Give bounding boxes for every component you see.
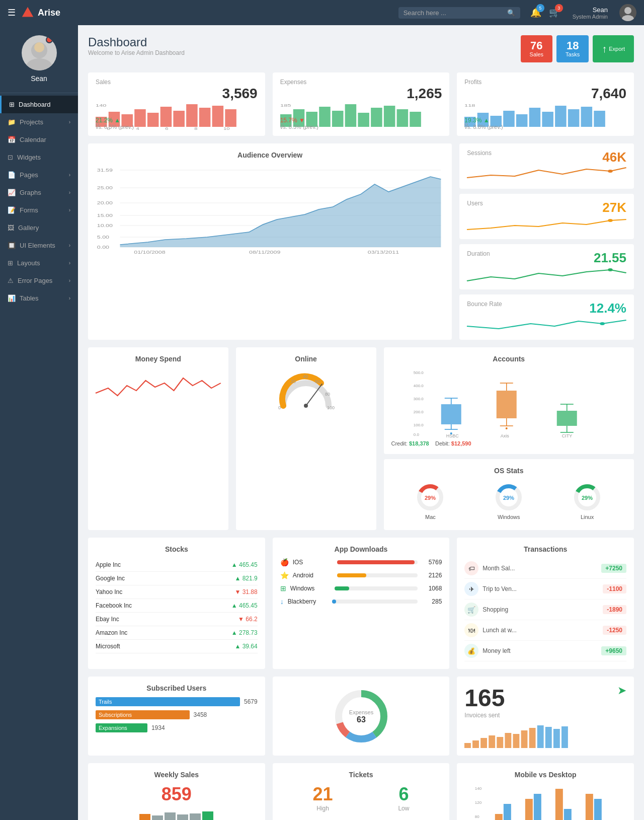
svg-rect-125 <box>505 733 512 748</box>
sidebar-item-label: Forms <box>20 206 38 214</box>
ws-bar <box>139 814 150 820</box>
profits-card-title: Profits <box>464 79 626 86</box>
section5: Weekly Sales 859 July Week #29 Tickets 2… <box>88 763 634 820</box>
sidebar-item-dashboard[interactable]: ⊞ Dashboard <box>0 96 78 113</box>
money-spend-card: Money Spend <box>88 347 228 530</box>
sidebar-item-error-pages[interactable]: ⚠ Error Pages › <box>0 272 78 289</box>
svg-text:29%: 29% <box>503 495 514 501</box>
avatar[interactable] <box>619 4 636 21</box>
svg-text:Axis: Axis <box>500 433 509 438</box>
app-name: IOS <box>293 559 333 566</box>
sidebar-item-calendar[interactable]: 📅 Calendar <box>0 131 78 148</box>
svg-rect-40 <box>504 111 515 127</box>
svg-rect-13 <box>186 104 198 127</box>
svg-rect-97 <box>556 411 577 426</box>
tasks-button[interactable]: 18 Tasks <box>556 35 589 62</box>
svg-rect-11 <box>160 107 172 127</box>
app-row-ios: 🍎 IOS 5769 <box>280 558 442 566</box>
mobile-desktop-title: Mobile vs Desktop <box>464 771 626 779</box>
sidebar-item-forms[interactable]: 📝 Forms › <box>0 201 78 219</box>
sidebar-item-graphs[interactable]: 📈 Graphs › <box>0 184 78 201</box>
svg-rect-34 <box>410 112 421 127</box>
svg-text:HSBC: HSBC <box>446 433 459 438</box>
sidebar-item-label: Error Pages <box>18 277 52 284</box>
tickets-high-number: 21 <box>313 784 333 805</box>
tasks-number: 18 <box>566 40 580 51</box>
sidebar-item-pages[interactable]: 📄 Pages › <box>0 166 78 184</box>
app-bar <box>335 586 350 590</box>
stock-row: Amazon Inc ▲ 278.73 <box>96 626 258 640</box>
stat-cards: Sales 3,569 <box>88 72 634 136</box>
page-title: Dashboard <box>88 35 185 49</box>
sidebar-item-label: Projects <box>20 118 43 126</box>
svg-text:0.0: 0.0 <box>413 432 419 437</box>
accounts-card: Accounts 500.0 400.0 300.0 200.0 100.0 0… <box>384 347 634 454</box>
sidebar-item-tables[interactable]: 📊 Tables › <box>0 289 78 307</box>
forms-icon: 📝 <box>8 206 16 214</box>
app-bar <box>337 573 366 577</box>
ticket-low: 6 Low <box>398 784 409 812</box>
svg-rect-143 <box>564 809 572 820</box>
sidebar-item-projects[interactable]: 📁 Projects › <box>0 113 78 131</box>
money-left-icon: 💰 <box>464 644 478 658</box>
svg-rect-142 <box>555 789 563 820</box>
stock-name: Amazon Inc <box>96 629 127 636</box>
svg-text:185: 185 <box>280 103 291 108</box>
sales-card-value: 3,569 <box>222 86 258 102</box>
svg-rect-144 <box>586 794 593 820</box>
chevron-right-icon: › <box>69 243 70 248</box>
stock-name: Ebay Inc <box>96 616 119 623</box>
widgets-icon: ⊡ <box>8 154 13 161</box>
app-bar-wrap <box>337 560 418 564</box>
subscribed-users-card: Subscribed Users Trails 5679 Subscriptio… <box>88 677 265 756</box>
profile-area: Sean <box>0 25 78 93</box>
sidebar-item-layouts[interactable]: ⊞ Layouts › <box>0 254 78 272</box>
stock-change: ▲ 465.45 <box>231 561 258 568</box>
app-count: 2126 <box>422 572 442 579</box>
svg-text:10.00: 10.00 <box>97 223 113 228</box>
menu-icon[interactable]: ☰ <box>8 7 16 18</box>
windows-app-icon: ⊞ <box>280 584 286 592</box>
trails-count: 5679 <box>244 698 258 705</box>
expansions-bar: Expansions <box>96 723 147 732</box>
sidebar-item-widgets[interactable]: ⊡ Widgets <box>0 148 78 166</box>
search-input[interactable] <box>404 9 504 17</box>
app-bar <box>332 600 337 604</box>
user-info: Sean System Admin <box>573 6 608 20</box>
export-button[interactable]: ↑ Export <box>593 35 634 62</box>
weekly-sales-bars <box>96 809 258 820</box>
sidebar-item-ui-elements[interactable]: 🔲 UI Elements › <box>0 237 78 254</box>
svg-rect-131 <box>553 729 560 748</box>
svg-rect-130 <box>545 727 552 748</box>
sidebar-item-gallery[interactable]: 🖼 Gallery <box>0 219 78 237</box>
weekly-sales-value: 859 <box>96 784 258 805</box>
trans-label: Shopping <box>482 606 599 613</box>
svg-rect-16 <box>225 109 236 127</box>
tickets-title: Tickets <box>280 771 442 779</box>
invoices-number: 165 <box>464 684 505 712</box>
nav-icons: 🔔 5 🛒 3 Sean System Admin <box>530 4 636 21</box>
mac-donut: 29% <box>415 482 445 512</box>
profile-avatar <box>22 35 57 70</box>
app-row-android: ⭐ Android 2126 <box>280 571 442 579</box>
tickets-card: Tickets 21 High 6 Low <box>273 763 450 820</box>
sales-button[interactable]: 76 Sales <box>521 35 553 62</box>
svg-text:500.0: 500.0 <box>413 370 424 375</box>
subscribed-bar-subscriptions: Subscriptions 3458 <box>96 710 258 719</box>
error-icon: ⚠ <box>8 277 14 284</box>
svg-text:4: 4 <box>136 127 139 130</box>
trails-bar: Trails <box>96 697 240 706</box>
audience-card: Audience Overview 31.59 25.00 20.00 15.0… <box>88 143 452 340</box>
svg-rect-122 <box>481 738 488 748</box>
mobile-desktop-card: Mobile vs Desktop 140 120 80 40 0 <box>457 763 634 820</box>
svg-rect-9 <box>134 109 146 127</box>
user-name: Sean <box>573 6 608 14</box>
chevron-right-icon: › <box>69 207 70 213</box>
trans-row: 🍽 Lunch at w... -1250 <box>464 620 626 641</box>
notifications-button[interactable]: 🔔 5 <box>530 7 541 18</box>
svg-text:10: 10 <box>223 127 230 130</box>
svg-rect-145 <box>594 799 602 820</box>
transactions-card: Transactions 🏷 Month Sal... +7250 ✈ Trip… <box>457 538 634 669</box>
sessions-sparkline <box>467 165 626 183</box>
messages-button[interactable]: 🛒 3 <box>549 7 560 18</box>
